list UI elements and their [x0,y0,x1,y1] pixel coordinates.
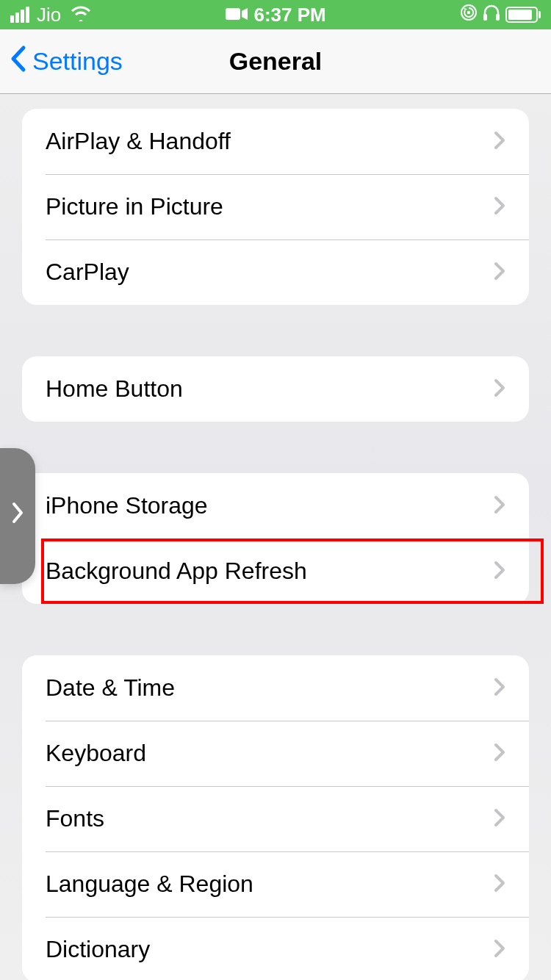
row-label: Keyboard [46,740,146,767]
chevron-left-icon [9,45,26,79]
svg-rect-0 [226,8,240,20]
video-icon [226,4,248,26]
page-title: General [229,47,323,76]
chevron-right-icon [494,807,505,831]
status-left: Jio [10,4,92,26]
settings-group-1: AirPlay & Handoff Picture in Picture Car… [22,109,529,305]
settings-group-3: iPhone Storage Background App Refresh [22,473,529,604]
row-label: AirPlay & Handoff [46,128,231,155]
clock-time: 6:37 PM [253,4,325,26]
wifi-icon [70,4,92,26]
battery-icon [505,7,541,23]
row-label: Language & Region [46,871,253,898]
svg-rect-2 [467,11,470,14]
row-language-region[interactable]: Language & Region [22,851,529,917]
row-label: Background App Refresh [46,558,307,585]
chevron-right-icon [494,378,505,401]
cellular-signal-icon [10,7,29,23]
chevron-right-icon [494,742,505,765]
row-label: Fonts [46,805,104,832]
navigation-bar: Settings General [0,29,551,94]
row-background-app-refresh[interactable]: Background App Refresh [22,538,529,604]
status-bar: Jio 6:37 PM [0,0,551,29]
settings-group-2: Home Button [22,356,529,422]
chevron-right-icon [11,498,24,535]
chevron-right-icon [494,560,505,583]
side-drawer-tab[interactable] [0,448,35,584]
chevron-right-icon [494,130,505,154]
chevron-right-icon [494,494,505,518]
row-dictionary[interactable]: Dictionary [22,917,529,980]
row-label: CarPlay [46,259,129,286]
row-label: Date & Time [46,674,175,702]
settings-content: AirPlay & Handoff Picture in Picture Car… [0,94,551,980]
row-iphone-storage[interactable]: iPhone Storage [22,473,529,538]
chevron-right-icon [494,677,505,700]
back-label: Settings [32,47,123,76]
chevron-right-icon [494,938,505,962]
chevron-right-icon [494,873,505,896]
svg-rect-3 [483,14,487,21]
row-picture-in-picture[interactable]: Picture in Picture [22,174,529,239]
status-center: 6:37 PM [226,4,325,26]
row-home-button[interactable]: Home Button [22,356,529,422]
row-airplay-handoff[interactable]: AirPlay & Handoff [22,109,529,174]
svg-rect-4 [496,14,500,21]
row-label: Dictionary [46,936,150,963]
settings-group-4: Date & Time Keyboard Fonts Language & Re… [22,655,529,980]
row-carplay[interactable]: CarPlay [22,239,529,305]
carrier-label: Jio [37,4,61,26]
status-right [460,4,541,26]
headphones-icon [482,4,501,26]
row-label: Home Button [46,375,183,403]
back-button[interactable]: Settings [0,45,123,79]
row-fonts[interactable]: Fonts [22,786,529,851]
chevron-right-icon [494,261,505,284]
rotation-lock-icon [460,4,478,26]
row-date-time[interactable]: Date & Time [22,655,529,721]
row-label: Picture in Picture [46,193,223,220]
row-keyboard[interactable]: Keyboard [22,721,529,786]
chevron-right-icon [494,195,505,219]
row-label: iPhone Storage [46,492,208,519]
